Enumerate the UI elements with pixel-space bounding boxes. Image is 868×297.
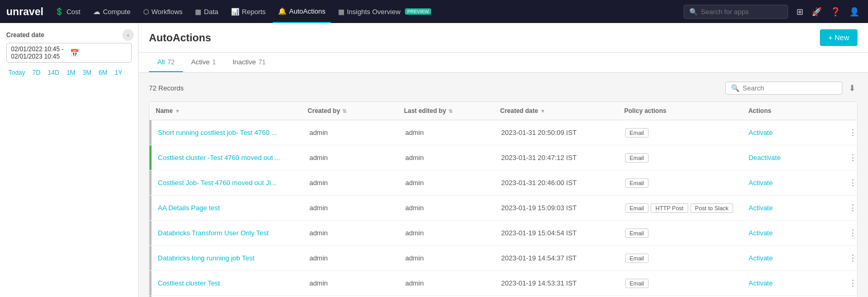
cell-actions: Activate	[742, 249, 838, 267]
calendar-icon[interactable]: 📅	[70, 49, 127, 57]
quick-date-1m[interactable]: 1M	[64, 68, 77, 77]
table-row: Costliest cluster Test admin admin 2023-…	[149, 271, 857, 296]
action-link[interactable]: Activate	[748, 229, 772, 237]
data-table: Name ▼ Created by ⇅ Last edited by ⇅ Cre…	[149, 101, 858, 297]
compute-icon: ☁	[93, 7, 100, 16]
row-name-link[interactable]: Short running costliest job- Test 4760 .…	[158, 129, 277, 136]
nav-autoactions[interactable]: 🔔 AutoActions	[273, 0, 330, 23]
cell-name: AA Details Page test	[149, 199, 303, 217]
app-logo[interactable]: unravel	[6, 6, 43, 18]
quick-date-today[interactable]: Today	[6, 68, 27, 77]
cell-last-edited: admin	[399, 123, 495, 142]
row-status-indicator	[149, 170, 152, 195]
cell-last-edited: admin	[399, 224, 495, 242]
cell-created-date: 2023-01-19 15:04:54 IST	[495, 224, 619, 242]
sort-created-by-icon: ⇅	[342, 108, 346, 114]
cell-policy-actions: Email	[619, 223, 743, 243]
row-name-link[interactable]: Databricks long running job Test	[158, 254, 254, 262]
cell-name: Short running costliest job- Test 4760 .…	[149, 123, 303, 142]
user-icon[interactable]: 👤	[847, 5, 862, 19]
help-icon[interactable]: ❓	[828, 5, 843, 19]
cell-policy-actions: Email	[619, 123, 743, 143]
table-row: Databricks Transform User Only Test admi…	[149, 221, 857, 246]
content-area: AutoActions + New All 72 Active 1 Inacti…	[138, 23, 868, 297]
action-link[interactable]: Activate	[748, 129, 772, 136]
row-name-link[interactable]: Costliest cluster Test	[158, 279, 220, 287]
top-navigation: unravel 💲 Cost ☁ Compute ⬡ Workflows ▦ D…	[0, 0, 868, 23]
cell-name: Databricks Transform User Only Test	[149, 224, 303, 242]
nav-workflows[interactable]: ⬡ Workflows	[138, 0, 188, 23]
app-search-box[interactable]: 🔍	[684, 5, 788, 19]
cell-actions: Activate	[742, 274, 838, 292]
policy-badge: Email	[625, 229, 649, 238]
action-link[interactable]: Activate	[748, 179, 772, 187]
table-row: Costliest Job- Test 4760 moved out JI...…	[149, 170, 857, 196]
policy-badge: Email	[625, 203, 649, 213]
quick-date-6m[interactable]: 6M	[97, 68, 110, 77]
action-link[interactable]: Activate	[748, 204, 772, 212]
cell-last-edited: admin	[399, 249, 495, 267]
th-created-date[interactable]: Created date ▼	[494, 102, 618, 120]
cost-icon: 💲	[55, 7, 64, 16]
nav-reports[interactable]: 📊 Reports	[226, 0, 271, 23]
cell-policy-actions: Email	[619, 273, 743, 293]
table-row: Databricks long running job Test admin a…	[149, 246, 857, 271]
row-name-link[interactable]: Databricks Transform User Only Test	[158, 229, 269, 237]
row-name-link[interactable]: AA Details Page test	[158, 204, 220, 212]
tab-all[interactable]: All 72	[149, 53, 183, 72]
download-icon[interactable]: ⬇	[847, 81, 858, 95]
cell-menu: ⋮	[838, 145, 857, 170]
sidebar-collapse-btn[interactable]: ‹	[122, 29, 134, 41]
th-name[interactable]: Name ▼	[149, 102, 302, 120]
sort-created-date-icon: ▼	[540, 108, 546, 114]
row-menu-btn[interactable]: ⋮	[844, 176, 861, 190]
nav-data[interactable]: ▦ Data	[190, 0, 223, 23]
search-input[interactable]	[701, 8, 782, 16]
cell-created-by: admin	[303, 148, 399, 167]
row-menu-btn[interactable]: ⋮	[844, 276, 861, 290]
th-last-edited[interactable]: Last edited by ⇅	[398, 102, 494, 120]
rocket-icon[interactable]: 🚀	[809, 5, 824, 19]
quick-date-1y[interactable]: 1Y	[112, 68, 124, 77]
action-link[interactable]: Activate	[748, 254, 772, 262]
date-range-value: 02/01/2022 10:45 - 02/01/2023 10:45	[11, 45, 68, 60]
data-icon: ▦	[195, 8, 201, 16]
table-actions: 🔍 ⬇	[725, 81, 858, 95]
page-header: AutoActions + New	[138, 23, 868, 53]
nav-cost[interactable]: 💲 Cost	[50, 0, 86, 23]
new-button[interactable]: + New	[820, 29, 858, 46]
nav-compute[interactable]: ☁ Compute	[88, 0, 136, 23]
quick-date-3m[interactable]: 3M	[80, 68, 94, 77]
reports-icon: 📊	[231, 8, 239, 16]
quick-date-14d[interactable]: 14D	[45, 68, 61, 77]
row-name-link[interactable]: Costliest Job- Test 4760 moved out JI...	[158, 179, 276, 187]
nav-icon-group: ⊞ 🚀 ❓ 👤	[794, 5, 862, 19]
tab-active[interactable]: Active 1	[183, 53, 224, 72]
th-created-by[interactable]: Created by ⇅	[302, 102, 398, 120]
table-row: Short running costliest job- Test 4760 .…	[149, 120, 857, 145]
row-menu-btn[interactable]: ⋮	[844, 151, 861, 165]
row-name-link[interactable]: Costliest cluster -Test 4760 moved out .…	[158, 154, 281, 162]
quick-date-7d[interactable]: 7D	[30, 68, 42, 77]
row-status-indicator	[149, 221, 152, 245]
row-menu-btn[interactable]: ⋮	[844, 201, 861, 215]
row-menu-btn[interactable]: ⋮	[844, 251, 861, 265]
th-actions: Actions	[742, 102, 838, 120]
nav-insights[interactable]: ▦ Insights Overview PREVIEW	[333, 0, 436, 23]
cell-last-edited: admin	[399, 199, 495, 217]
row-menu-btn[interactable]: ⋮	[844, 125, 861, 140]
cell-actions: Deactivate	[742, 148, 838, 167]
cell-created-date: 2023-01-31 20:46:00 IST	[495, 174, 619, 192]
action-link[interactable]: Activate	[748, 279, 772, 287]
row-status-indicator	[149, 246, 152, 270]
quick-date-buttons: Today 7D 14D 1M 3M 6M 1Y	[6, 68, 132, 77]
table-search-wrap[interactable]: 🔍	[725, 82, 842, 95]
grid-icon[interactable]: ⊞	[794, 5, 805, 19]
date-range-input[interactable]: 02/01/2022 10:45 - 02/01/2023 10:45 📅	[6, 43, 132, 63]
cell-created-date: 2023-01-31 20:47:12 IST	[495, 148, 619, 167]
row-status-indicator	[149, 120, 152, 145]
row-menu-btn[interactable]: ⋮	[844, 226, 861, 240]
action-link[interactable]: Deactivate	[748, 154, 780, 162]
table-search-input[interactable]	[743, 84, 837, 92]
tab-inactive[interactable]: Inactive 71	[224, 53, 274, 72]
